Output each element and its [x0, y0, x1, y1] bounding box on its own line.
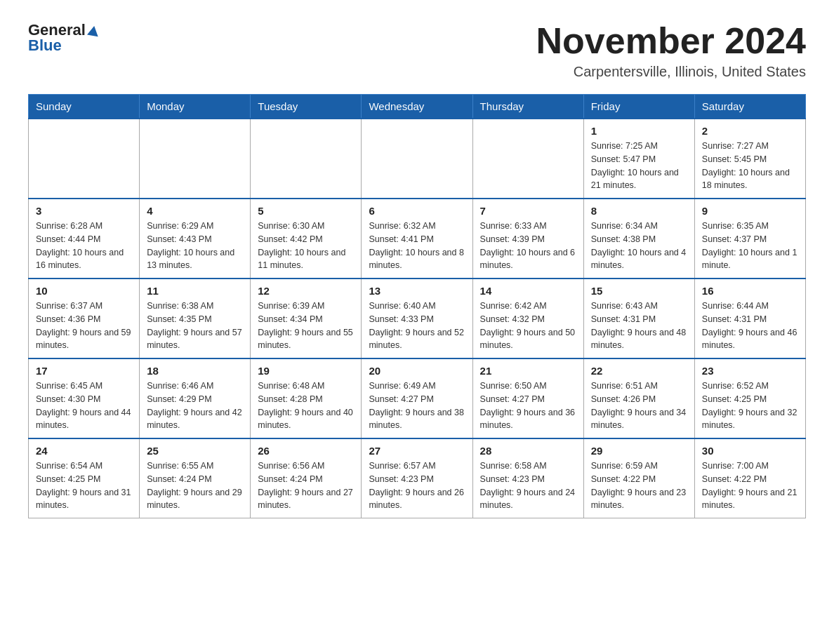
weekday-header-saturday: Saturday	[694, 95, 805, 119]
day-info: Sunrise: 6:59 AMSunset: 4:22 PMDaylight:…	[591, 459, 687, 512]
day-number: 20	[369, 365, 465, 377]
day-number: 21	[480, 365, 576, 377]
calendar-cell-w1-d6: 1Sunrise: 7:25 AMSunset: 5:47 PMDaylight…	[583, 119, 694, 199]
calendar-cell-w4-d3: 19Sunrise: 6:48 AMSunset: 4:28 PMDayligh…	[251, 358, 362, 438]
day-number: 19	[258, 365, 354, 377]
day-info: Sunrise: 6:46 AMSunset: 4:29 PMDaylight:…	[147, 380, 243, 432]
day-number: 18	[147, 365, 243, 377]
week-row-4: 17Sunrise: 6:45 AMSunset: 4:30 PMDayligh…	[29, 358, 806, 438]
day-info: Sunrise: 6:50 AMSunset: 4:27 PMDaylight:…	[480, 380, 576, 432]
day-info: Sunrise: 6:28 AMSunset: 4:44 PMDaylight:…	[36, 220, 132, 272]
day-info: Sunrise: 6:34 AMSunset: 4:38 PMDaylight:…	[591, 220, 687, 272]
calendar-cell-w2-d2: 4Sunrise: 6:29 AMSunset: 4:43 PMDaylight…	[140, 199, 251, 279]
logo-blue-text: Blue	[28, 36, 62, 55]
day-number: 15	[591, 285, 687, 297]
day-number: 17	[36, 365, 132, 377]
weekday-header-wednesday: Wednesday	[362, 95, 472, 119]
day-info: Sunrise: 6:58 AMSunset: 4:23 PMDaylight:…	[480, 459, 576, 512]
day-info: Sunrise: 6:44 AMSunset: 4:31 PMDaylight:…	[702, 300, 798, 352]
day-info: Sunrise: 6:48 AMSunset: 4:28 PMDaylight:…	[258, 380, 354, 432]
day-number: 4	[147, 205, 243, 217]
title-area: November 2024 Carpentersville, Illinois,…	[536, 21, 806, 80]
day-info: Sunrise: 6:39 AMSunset: 4:34 PMDaylight:…	[258, 300, 354, 352]
day-number: 27	[369, 445, 465, 457]
day-info: Sunrise: 6:32 AMSunset: 4:41 PMDaylight:…	[369, 220, 465, 272]
day-info: Sunrise: 6:52 AMSunset: 4:25 PMDaylight:…	[702, 380, 798, 432]
day-info: Sunrise: 6:57 AMSunset: 4:23 PMDaylight:…	[369, 459, 465, 512]
day-number: 30	[702, 445, 798, 457]
calendar-cell-w2-d4: 6Sunrise: 6:32 AMSunset: 4:41 PMDaylight…	[362, 199, 472, 279]
calendar-cell-w2-d7: 9Sunrise: 6:35 AMSunset: 4:37 PMDaylight…	[694, 199, 805, 279]
calendar-cell-w5-d2: 25Sunrise: 6:55 AMSunset: 4:24 PMDayligh…	[140, 438, 251, 518]
day-info: Sunrise: 6:42 AMSunset: 4:32 PMDaylight:…	[480, 300, 576, 352]
day-number: 22	[591, 365, 687, 377]
day-number: 29	[591, 445, 687, 457]
day-info: Sunrise: 6:54 AMSunset: 4:25 PMDaylight:…	[36, 459, 132, 512]
day-info: Sunrise: 7:25 AMSunset: 5:47 PMDaylight:…	[591, 140, 687, 192]
calendar-cell-w3-d4: 13Sunrise: 6:40 AMSunset: 4:33 PMDayligh…	[362, 279, 472, 358]
day-info: Sunrise: 6:40 AMSunset: 4:33 PMDaylight:…	[369, 300, 465, 352]
day-info: Sunrise: 6:33 AMSunset: 4:39 PMDaylight:…	[480, 220, 576, 272]
calendar-cell-w1-d7: 2Sunrise: 7:27 AMSunset: 5:45 PMDaylight…	[694, 119, 805, 199]
weekday-header-monday: Monday	[140, 95, 251, 119]
weekday-header-tuesday: Tuesday	[251, 95, 362, 119]
day-number: 24	[36, 445, 132, 457]
day-number: 28	[480, 445, 576, 457]
calendar-cell-w3-d1: 10Sunrise: 6:37 AMSunset: 4:36 PMDayligh…	[29, 279, 140, 358]
day-info: Sunrise: 6:49 AMSunset: 4:27 PMDaylight:…	[369, 380, 465, 432]
day-info: Sunrise: 6:29 AMSunset: 4:43 PMDaylight:…	[147, 220, 243, 272]
calendar-cell-w4-d4: 20Sunrise: 6:49 AMSunset: 4:27 PMDayligh…	[362, 358, 472, 438]
day-number: 13	[369, 285, 465, 297]
day-info: Sunrise: 7:00 AMSunset: 4:22 PMDaylight:…	[702, 459, 798, 512]
day-number: 26	[258, 445, 354, 457]
day-number: 7	[480, 205, 576, 217]
calendar-cell-w2-d5: 7Sunrise: 6:33 AMSunset: 4:39 PMDaylight…	[472, 199, 583, 279]
calendar-cell-w5-d4: 27Sunrise: 6:57 AMSunset: 4:23 PMDayligh…	[362, 438, 472, 518]
svg-marker-0	[87, 25, 100, 37]
day-info: Sunrise: 6:56 AMSunset: 4:24 PMDaylight:…	[258, 459, 354, 512]
logo: General Blue	[28, 21, 100, 55]
day-info: Sunrise: 7:27 AMSunset: 5:45 PMDaylight:…	[702, 140, 798, 192]
logo-triangle-icon	[87, 21, 100, 39]
calendar-title: November 2024	[536, 21, 806, 61]
weekday-header-friday: Friday	[583, 95, 694, 119]
calendar-cell-w5-d1: 24Sunrise: 6:54 AMSunset: 4:25 PMDayligh…	[29, 438, 140, 518]
calendar-cell-w3-d6: 15Sunrise: 6:43 AMSunset: 4:31 PMDayligh…	[583, 279, 694, 358]
weekday-header-sunday: Sunday	[29, 95, 140, 119]
day-number: 5	[258, 205, 354, 217]
calendar-cell-w3-d2: 11Sunrise: 6:38 AMSunset: 4:35 PMDayligh…	[140, 279, 251, 358]
calendar-cell-w3-d7: 16Sunrise: 6:44 AMSunset: 4:31 PMDayligh…	[694, 279, 805, 358]
day-info: Sunrise: 6:45 AMSunset: 4:30 PMDaylight:…	[36, 380, 132, 432]
calendar-cell-w1-d3	[251, 119, 362, 199]
page-header: General Blue November 2024 Carpentersvil…	[28, 21, 806, 80]
calendar-cell-w5-d7: 30Sunrise: 7:00 AMSunset: 4:22 PMDayligh…	[694, 438, 805, 518]
day-number: 8	[591, 205, 687, 217]
day-number: 12	[258, 285, 354, 297]
calendar-cell-w4-d7: 23Sunrise: 6:52 AMSunset: 4:25 PMDayligh…	[694, 358, 805, 438]
day-info: Sunrise: 6:35 AMSunset: 4:37 PMDaylight:…	[702, 220, 798, 272]
day-number: 2	[702, 125, 798, 137]
calendar-subtitle: Carpentersville, Illinois, United States	[536, 64, 806, 80]
day-info: Sunrise: 6:30 AMSunset: 4:42 PMDaylight:…	[258, 220, 354, 272]
week-row-1: 1Sunrise: 7:25 AMSunset: 5:47 PMDaylight…	[29, 119, 806, 199]
calendar-cell-w4-d1: 17Sunrise: 6:45 AMSunset: 4:30 PMDayligh…	[29, 358, 140, 438]
day-number: 1	[591, 125, 687, 137]
calendar-cell-w2-d1: 3Sunrise: 6:28 AMSunset: 4:44 PMDaylight…	[29, 199, 140, 279]
week-row-5: 24Sunrise: 6:54 AMSunset: 4:25 PMDayligh…	[29, 438, 806, 518]
calendar-cell-w4-d5: 21Sunrise: 6:50 AMSunset: 4:27 PMDayligh…	[472, 358, 583, 438]
day-number: 9	[702, 205, 798, 217]
calendar-cell-w1-d2	[140, 119, 251, 199]
day-info: Sunrise: 6:55 AMSunset: 4:24 PMDaylight:…	[147, 459, 243, 512]
day-info: Sunrise: 6:38 AMSunset: 4:35 PMDaylight:…	[147, 300, 243, 352]
calendar-cell-w5-d5: 28Sunrise: 6:58 AMSunset: 4:23 PMDayligh…	[472, 438, 583, 518]
calendar-cell-w5-d3: 26Sunrise: 6:56 AMSunset: 4:24 PMDayligh…	[251, 438, 362, 518]
weekday-header-row: SundayMondayTuesdayWednesdayThursdayFrid…	[29, 95, 806, 119]
week-row-2: 3Sunrise: 6:28 AMSunset: 4:44 PMDaylight…	[29, 199, 806, 279]
weekday-header-thursday: Thursday	[472, 95, 583, 119]
calendar-cell-w5-d6: 29Sunrise: 6:59 AMSunset: 4:22 PMDayligh…	[583, 438, 694, 518]
calendar-cell-w2-d6: 8Sunrise: 6:34 AMSunset: 4:38 PMDaylight…	[583, 199, 694, 279]
calendar-cell-w4-d2: 18Sunrise: 6:46 AMSunset: 4:29 PMDayligh…	[140, 358, 251, 438]
day-info: Sunrise: 6:37 AMSunset: 4:36 PMDaylight:…	[36, 300, 132, 352]
day-number: 3	[36, 205, 132, 217]
day-info: Sunrise: 6:51 AMSunset: 4:26 PMDaylight:…	[591, 380, 687, 432]
